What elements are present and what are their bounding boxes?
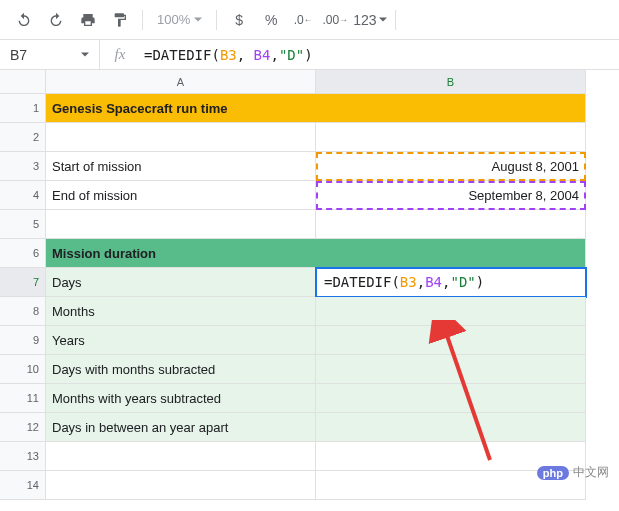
cell-A5[interactable] (46, 210, 316, 239)
chevron-down-icon (194, 16, 202, 24)
cell-A1[interactable]: Genesis Spacecraft run time (46, 94, 586, 123)
row-header[interactable]: 10 (0, 355, 46, 384)
cell-A13[interactable] (46, 442, 316, 471)
toolbar-divider (395, 10, 396, 30)
cell-B10[interactable] (316, 355, 586, 384)
row-header[interactable]: 1 (0, 94, 46, 123)
row-header[interactable]: 13 (0, 442, 46, 471)
format-currency-button[interactable]: $ (225, 6, 253, 34)
row-header[interactable]: 4 (0, 181, 46, 210)
row-header[interactable]: 7 (0, 268, 46, 297)
cell-A7[interactable]: Days (46, 268, 316, 297)
row-header[interactable]: 3 (0, 152, 46, 181)
cell-B2[interactable] (316, 123, 586, 152)
cell-A9[interactable]: Years (46, 326, 316, 355)
cell-A3[interactable]: Start of mission (46, 152, 316, 181)
cell-B12[interactable] (316, 413, 586, 442)
cell-A8[interactable]: Months (46, 297, 316, 326)
cell-B4[interactable]: September 8, 2004 (316, 181, 586, 210)
toolbar-divider (142, 10, 143, 30)
row-header[interactable]: 8 (0, 297, 46, 326)
row-header[interactable]: 11 (0, 384, 46, 413)
cell-A10[interactable]: Days with months subracted (46, 355, 316, 384)
zoom-value: 100% (157, 12, 190, 27)
zoom-dropdown[interactable]: 100% (151, 12, 208, 27)
cell-A14[interactable] (46, 471, 316, 500)
cell-B3[interactable]: August 8, 2001 (316, 152, 586, 181)
redo-button[interactable] (42, 6, 70, 34)
spreadsheet-grid[interactable]: A B 1 Genesis Spacecraft run time 2 3 St… (0, 70, 619, 500)
decrease-decimal-button[interactable]: .0← (289, 6, 317, 34)
more-formats-button[interactable]: 123 (353, 6, 386, 34)
cell-B5[interactable] (316, 210, 586, 239)
cell-A4[interactable]: End of mission (46, 181, 316, 210)
row-header[interactable]: 5 (0, 210, 46, 239)
row-header[interactable]: 12 (0, 413, 46, 442)
row-header[interactable]: 6 (0, 239, 46, 268)
name-box[interactable]: B7 (0, 40, 100, 69)
cell-A11[interactable]: Months with years subtracted (46, 384, 316, 413)
formula-bar: B7 fx =DATEDIF(B3, B4,"D") (0, 40, 619, 70)
watermark: php 中文网 (537, 464, 609, 481)
print-button[interactable] (74, 6, 102, 34)
fx-icon: fx (100, 46, 140, 63)
formula-input[interactable]: =DATEDIF(B3, B4,"D") (140, 47, 619, 63)
row-header[interactable]: 2 (0, 123, 46, 152)
increase-decimal-button[interactable]: .00→ (321, 6, 349, 34)
cell-A2[interactable] (46, 123, 316, 152)
cell-A6[interactable]: Mission duration (46, 239, 586, 268)
paint-format-button[interactable] (106, 6, 134, 34)
col-header-B[interactable]: B (316, 70, 586, 94)
row-header[interactable]: 14 (0, 471, 46, 500)
chevron-down-icon (81, 51, 89, 59)
active-cell-ref: B7 (10, 47, 27, 63)
format-percent-button[interactable]: % (257, 6, 285, 34)
select-all-corner[interactable] (0, 70, 46, 94)
cell-B11[interactable] (316, 384, 586, 413)
cell-B7[interactable]: ? =DATEDIF(B3, B4,"D") (316, 268, 586, 297)
row-header[interactable]: 9 (0, 326, 46, 355)
cell-A12[interactable]: Days in between an year apart (46, 413, 316, 442)
toolbar: 100% $ % .0← .00→ 123 (0, 0, 619, 40)
col-header-A[interactable]: A (46, 70, 316, 94)
toolbar-divider (216, 10, 217, 30)
undo-button[interactable] (10, 6, 38, 34)
chevron-down-icon (379, 16, 387, 24)
cell-B9[interactable] (316, 326, 586, 355)
cell-B8[interactable] (316, 297, 586, 326)
